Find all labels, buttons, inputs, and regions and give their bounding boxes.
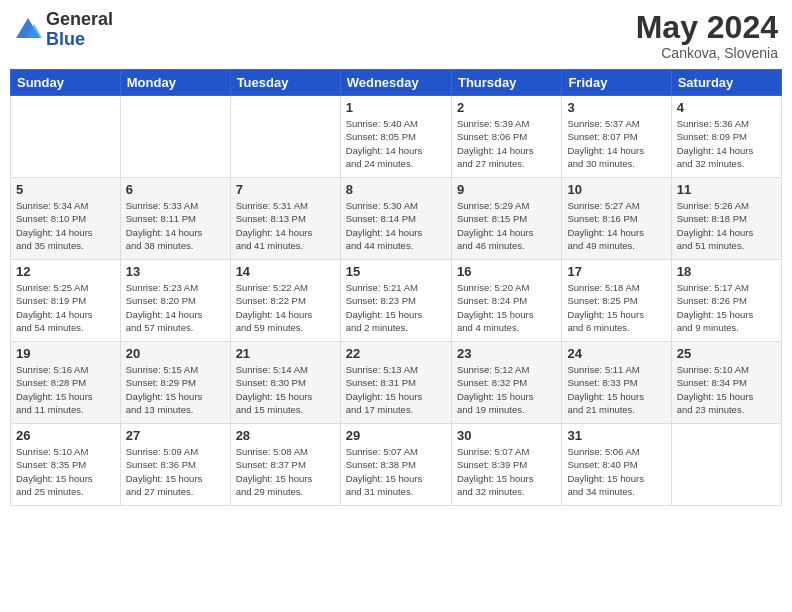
day-number: 9: [457, 182, 556, 197]
day-number: 20: [126, 346, 225, 361]
title-block: May 2024 Cankova, Slovenia: [636, 10, 778, 61]
day-info: Sunrise: 5:34 AM Sunset: 8:10 PM Dayligh…: [16, 199, 115, 252]
day-number: 2: [457, 100, 556, 115]
calendar-cell: 4Sunrise: 5:36 AM Sunset: 8:09 PM Daylig…: [671, 96, 781, 178]
calendar-cell: 17Sunrise: 5:18 AM Sunset: 8:25 PM Dayli…: [562, 260, 671, 342]
day-number: 25: [677, 346, 776, 361]
weekday-header: Monday: [120, 70, 230, 96]
day-number: 13: [126, 264, 225, 279]
day-number: 22: [346, 346, 446, 361]
calendar-cell: 26Sunrise: 5:10 AM Sunset: 8:35 PM Dayli…: [11, 424, 121, 506]
calendar-cell: 6Sunrise: 5:33 AM Sunset: 8:11 PM Daylig…: [120, 178, 230, 260]
day-number: 28: [236, 428, 335, 443]
day-number: 6: [126, 182, 225, 197]
day-number: 4: [677, 100, 776, 115]
week-row: 5Sunrise: 5:34 AM Sunset: 8:10 PM Daylig…: [11, 178, 782, 260]
day-number: 1: [346, 100, 446, 115]
day-info: Sunrise: 5:30 AM Sunset: 8:14 PM Dayligh…: [346, 199, 446, 252]
day-info: Sunrise: 5:31 AM Sunset: 8:13 PM Dayligh…: [236, 199, 335, 252]
day-info: Sunrise: 5:12 AM Sunset: 8:32 PM Dayligh…: [457, 363, 556, 416]
day-number: 7: [236, 182, 335, 197]
day-number: 11: [677, 182, 776, 197]
logo: General Blue: [14, 10, 113, 50]
calendar-cell: 11Sunrise: 5:26 AM Sunset: 8:18 PM Dayli…: [671, 178, 781, 260]
weekday-header: Thursday: [451, 70, 561, 96]
day-info: Sunrise: 5:09 AM Sunset: 8:36 PM Dayligh…: [126, 445, 225, 498]
day-info: Sunrise: 5:37 AM Sunset: 8:07 PM Dayligh…: [567, 117, 665, 170]
day-info: Sunrise: 5:15 AM Sunset: 8:29 PM Dayligh…: [126, 363, 225, 416]
weekday-header: Saturday: [671, 70, 781, 96]
weekday-header: Wednesday: [340, 70, 451, 96]
calendar-cell: 18Sunrise: 5:17 AM Sunset: 8:26 PM Dayli…: [671, 260, 781, 342]
day-info: Sunrise: 5:29 AM Sunset: 8:15 PM Dayligh…: [457, 199, 556, 252]
day-number: 26: [16, 428, 115, 443]
calendar-cell: 8Sunrise: 5:30 AM Sunset: 8:14 PM Daylig…: [340, 178, 451, 260]
week-row: 19Sunrise: 5:16 AM Sunset: 8:28 PM Dayli…: [11, 342, 782, 424]
calendar-cell: [230, 96, 340, 178]
calendar-cell: [11, 96, 121, 178]
day-info: Sunrise: 5:36 AM Sunset: 8:09 PM Dayligh…: [677, 117, 776, 170]
location-title: Cankova, Slovenia: [636, 45, 778, 61]
calendar-cell: 13Sunrise: 5:23 AM Sunset: 8:20 PM Dayli…: [120, 260, 230, 342]
calendar-cell: 14Sunrise: 5:22 AM Sunset: 8:22 PM Dayli…: [230, 260, 340, 342]
week-row: 12Sunrise: 5:25 AM Sunset: 8:19 PM Dayli…: [11, 260, 782, 342]
day-info: Sunrise: 5:13 AM Sunset: 8:31 PM Dayligh…: [346, 363, 446, 416]
weekday-header: Sunday: [11, 70, 121, 96]
calendar-cell: 31Sunrise: 5:06 AM Sunset: 8:40 PM Dayli…: [562, 424, 671, 506]
logo-text: General Blue: [46, 10, 113, 50]
day-number: 16: [457, 264, 556, 279]
calendar-cell: 5Sunrise: 5:34 AM Sunset: 8:10 PM Daylig…: [11, 178, 121, 260]
calendar-cell: 24Sunrise: 5:11 AM Sunset: 8:33 PM Dayli…: [562, 342, 671, 424]
day-info: Sunrise: 5:17 AM Sunset: 8:26 PM Dayligh…: [677, 281, 776, 334]
calendar-table: SundayMondayTuesdayWednesdayThursdayFrid…: [10, 69, 782, 506]
day-number: 29: [346, 428, 446, 443]
day-info: Sunrise: 5:10 AM Sunset: 8:34 PM Dayligh…: [677, 363, 776, 416]
calendar-cell: 9Sunrise: 5:29 AM Sunset: 8:15 PM Daylig…: [451, 178, 561, 260]
calendar-cell: 16Sunrise: 5:20 AM Sunset: 8:24 PM Dayli…: [451, 260, 561, 342]
calendar-cell: 10Sunrise: 5:27 AM Sunset: 8:16 PM Dayli…: [562, 178, 671, 260]
day-number: 31: [567, 428, 665, 443]
day-number: 23: [457, 346, 556, 361]
week-row: 1Sunrise: 5:40 AM Sunset: 8:05 PM Daylig…: [11, 96, 782, 178]
calendar-cell: 2Sunrise: 5:39 AM Sunset: 8:06 PM Daylig…: [451, 96, 561, 178]
day-info: Sunrise: 5:33 AM Sunset: 8:11 PM Dayligh…: [126, 199, 225, 252]
day-info: Sunrise: 5:11 AM Sunset: 8:33 PM Dayligh…: [567, 363, 665, 416]
calendar-cell: 25Sunrise: 5:10 AM Sunset: 8:34 PM Dayli…: [671, 342, 781, 424]
day-info: Sunrise: 5:10 AM Sunset: 8:35 PM Dayligh…: [16, 445, 115, 498]
calendar-cell: 3Sunrise: 5:37 AM Sunset: 8:07 PM Daylig…: [562, 96, 671, 178]
logo-general-text: General: [46, 9, 113, 29]
day-info: Sunrise: 5:27 AM Sunset: 8:16 PM Dayligh…: [567, 199, 665, 252]
day-info: Sunrise: 5:06 AM Sunset: 8:40 PM Dayligh…: [567, 445, 665, 498]
day-info: Sunrise: 5:14 AM Sunset: 8:30 PM Dayligh…: [236, 363, 335, 416]
day-number: 3: [567, 100, 665, 115]
day-number: 15: [346, 264, 446, 279]
day-info: Sunrise: 5:22 AM Sunset: 8:22 PM Dayligh…: [236, 281, 335, 334]
calendar-cell: 12Sunrise: 5:25 AM Sunset: 8:19 PM Dayli…: [11, 260, 121, 342]
day-info: Sunrise: 5:07 AM Sunset: 8:39 PM Dayligh…: [457, 445, 556, 498]
day-number: 21: [236, 346, 335, 361]
day-info: Sunrise: 5:20 AM Sunset: 8:24 PM Dayligh…: [457, 281, 556, 334]
weekday-header: Tuesday: [230, 70, 340, 96]
calendar-cell: 28Sunrise: 5:08 AM Sunset: 8:37 PM Dayli…: [230, 424, 340, 506]
calendar-cell: 30Sunrise: 5:07 AM Sunset: 8:39 PM Dayli…: [451, 424, 561, 506]
day-number: 5: [16, 182, 115, 197]
calendar-cell: 1Sunrise: 5:40 AM Sunset: 8:05 PM Daylig…: [340, 96, 451, 178]
day-info: Sunrise: 5:18 AM Sunset: 8:25 PM Dayligh…: [567, 281, 665, 334]
day-info: Sunrise: 5:40 AM Sunset: 8:05 PM Dayligh…: [346, 117, 446, 170]
day-number: 17: [567, 264, 665, 279]
calendar-cell: 7Sunrise: 5:31 AM Sunset: 8:13 PM Daylig…: [230, 178, 340, 260]
calendar-cell: 23Sunrise: 5:12 AM Sunset: 8:32 PM Dayli…: [451, 342, 561, 424]
day-info: Sunrise: 5:16 AM Sunset: 8:28 PM Dayligh…: [16, 363, 115, 416]
day-info: Sunrise: 5:21 AM Sunset: 8:23 PM Dayligh…: [346, 281, 446, 334]
page-header: General Blue May 2024 Cankova, Slovenia: [10, 10, 782, 61]
day-number: 30: [457, 428, 556, 443]
calendar-cell: 19Sunrise: 5:16 AM Sunset: 8:28 PM Dayli…: [11, 342, 121, 424]
day-info: Sunrise: 5:25 AM Sunset: 8:19 PM Dayligh…: [16, 281, 115, 334]
day-number: 27: [126, 428, 225, 443]
day-info: Sunrise: 5:39 AM Sunset: 8:06 PM Dayligh…: [457, 117, 556, 170]
calendar-cell: 22Sunrise: 5:13 AM Sunset: 8:31 PM Dayli…: [340, 342, 451, 424]
month-title: May 2024: [636, 10, 778, 45]
day-number: 24: [567, 346, 665, 361]
calendar-cell: 15Sunrise: 5:21 AM Sunset: 8:23 PM Dayli…: [340, 260, 451, 342]
day-info: Sunrise: 5:08 AM Sunset: 8:37 PM Dayligh…: [236, 445, 335, 498]
